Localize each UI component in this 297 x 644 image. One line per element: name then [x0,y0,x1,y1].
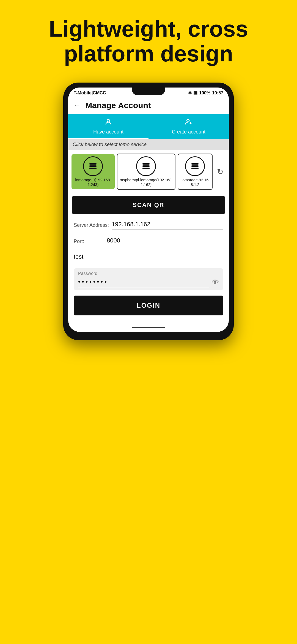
refresh-button[interactable]: ↻ [215,165,226,179]
phone-notch [132,88,165,95]
tab-create-account[interactable]: Create account [148,114,229,139]
form-section: Server Address: Port: Password [68,217,229,324]
password-input[interactable] [78,277,209,287]
instruction-bar: Click below to select lomo service [68,139,229,150]
bluetooth-icon: ✱ [188,90,192,95]
home-indicator [132,327,165,328]
tab-bar: Have account Create account [68,114,229,139]
phone-bottom [68,324,229,332]
phone-mockup: T-Mobile|CMCC ✱ ▣ 100% 10:57 ← Manage Ac… [63,83,234,340]
password-label: Password [78,271,219,276]
svg-point-1 [187,119,189,122]
headline-text: Lightweight, cross platform design [22,17,275,66]
service-name-lomorage3: lomorage-92.168.1.2 [180,178,210,187]
lomorage3-icon-svg [190,161,200,171]
port-row: Port: [74,236,223,246]
raspberrypi-icon-svg [141,161,151,171]
svg-rect-10 [191,163,199,165]
svg-point-0 [107,119,109,122]
have-account-icon [105,118,112,128]
phone-screen: T-Mobile|CMCC ✱ ▣ 100% 10:57 ← Manage Ac… [68,88,229,332]
username-row [74,252,223,262]
password-row: 👁 [78,277,219,287]
eye-toggle-icon[interactable]: 👁 [209,278,219,286]
time-text: 10:57 [212,91,223,95]
headline-section: Lightweight, cross platform design [0,0,297,77]
service-selector: lomorage-0(192.168.1.243) raspberrypi-lo… [68,150,229,193]
service-icon-raspberrypi [136,156,156,176]
scan-qr-button[interactable]: SCAN QR [72,196,225,214]
service-item-raspberrypi[interactable]: raspberrypi-lomorage(192.168.1.162) [117,154,175,190]
svg-rect-8 [142,165,150,167]
server-address-label: Server Address: [74,222,109,230]
service-item-lomorage0[interactable]: lomorage-0(192.168.1.243) [72,154,115,189]
carrier-text: T-Mobile|CMCC [74,91,106,95]
svg-rect-4 [89,163,97,165]
svg-rect-11 [191,165,199,167]
battery-text: 100% [199,91,210,95]
battery-icon: ▣ [193,90,197,95]
port-label: Port: [74,239,104,246]
login-button[interactable]: LOGIN [74,296,223,315]
lomorage0-icon-svg [88,161,98,171]
create-account-icon [185,118,193,128]
port-input[interactable] [107,236,223,246]
instruction-text: Click below to select lomo service [73,142,147,147]
svg-rect-9 [142,168,150,169]
svg-rect-7 [142,163,150,165]
svg-rect-6 [89,168,97,169]
service-name-raspberrypi: raspberrypi-lomorage(192.168.1.162) [120,178,173,187]
username-input[interactable] [74,252,223,262]
password-container: Password 👁 [74,268,223,290]
service-icon-lomorage3 [185,156,205,176]
service-name-lomorage0: lomorage-0(192.168.1.243) [74,178,112,187]
back-button[interactable]: ← [74,101,81,110]
status-right: ✱ ▣ 100% 10:57 [188,90,223,95]
have-account-label: Have account [93,129,123,135]
create-account-label: Create account [172,129,205,135]
page-background: Lightweight, cross platform design T-Mob… [0,0,297,644]
server-address-row: Server Address: [74,220,223,230]
service-icon-lomorage0 [83,156,103,176]
server-address-input[interactable] [112,220,223,230]
svg-rect-5 [89,165,97,167]
app-header: ← Manage Account [68,97,229,114]
service-item-lomorage3[interactable]: lomorage-92.168.1.2 [178,154,213,190]
svg-rect-12 [191,168,199,169]
tab-have-account[interactable]: Have account [68,114,148,139]
app-title: Manage Account [85,101,151,110]
